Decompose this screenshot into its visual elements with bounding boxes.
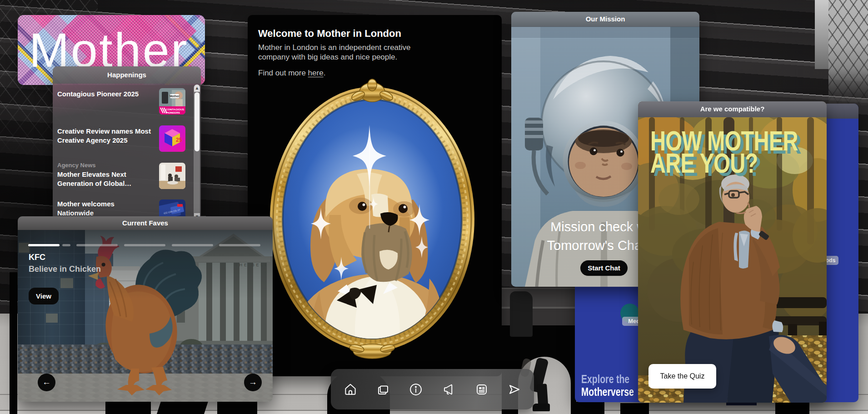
svg-text:CONTAGIOUS: CONTAGIOUS [166, 108, 184, 111]
svg-text:PIONEERS: PIONEERS [166, 111, 180, 114]
svg-text:Mother: Mother [170, 95, 180, 98]
svg-text:25: 25 [176, 137, 182, 143]
